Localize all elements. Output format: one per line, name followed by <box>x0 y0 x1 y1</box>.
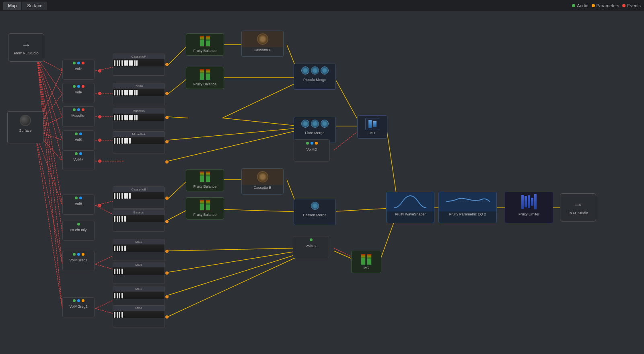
isLeftOnly-node[interactable]: IsLeftOnly <box>62 221 95 241</box>
volMD-dots <box>294 140 329 147</box>
dot-blue <box>77 85 80 88</box>
cassotto-b-node[interactable]: Cassotto B <box>241 168 284 195</box>
cassettoB-inst-node[interactable]: CassettoB <box>113 186 165 209</box>
musette-plus-inst-node[interactable]: Musette+ <box>113 131 165 153</box>
mg-meter2 <box>367 254 372 265</box>
waveshaper-curve-icon <box>392 194 428 210</box>
svg-line-58 <box>168 209 188 220</box>
volMD-node[interactable]: VolMD <box>294 139 330 161</box>
parameters-dot <box>592 4 595 7</box>
key-white <box>117 60 118 66</box>
volM-plus-node[interactable]: VolM+ <box>62 150 95 170</box>
dot-red <box>82 62 84 64</box>
piano-inst-node[interactable]: Piano <box>113 83 165 105</box>
top-right-indicators: Audio Parameters Events <box>572 3 641 8</box>
mg-meter1-fill <box>361 258 365 265</box>
dot-green <box>75 197 78 199</box>
port-volB-in <box>98 204 101 207</box>
volMG-node[interactable]: VolMG <box>293 236 329 258</box>
mg4-inst-node[interactable]: MG4 <box>113 305 165 327</box>
canvas-area[interactable]: → From FL Studio Surface VolP VolF Muse <box>0 11 644 354</box>
svg-line-46 <box>168 130 299 161</box>
volMGreg1-dots <box>63 251 94 257</box>
key-white <box>134 60 136 66</box>
volP-node[interactable]: VolP <box>62 60 95 80</box>
volMGreg2-dots <box>63 298 94 304</box>
tab-map[interactable]: Map <box>3 2 21 10</box>
mg3-inst-node[interactable]: MG3 <box>113 239 165 261</box>
fruity-balance-mid1-node[interactable]: Fruity Balance <box>186 67 224 89</box>
musette-minus-vol-node[interactable]: Musette- <box>62 106 95 126</box>
key-black <box>120 140 121 144</box>
key-black <box>128 140 129 144</box>
volMGreg2-node[interactable]: VolMGreg2 <box>62 297 95 317</box>
fruity-balance-top-meters <box>200 35 210 47</box>
to-fl-studio-label: To FL Studio <box>566 210 590 216</box>
tab-surface[interactable]: Surface <box>22 2 47 10</box>
volS-node[interactable]: VolS <box>62 130 95 151</box>
volB-dots <box>63 195 94 201</box>
from-fl-studio-node[interactable]: → From FL Studio <box>8 33 44 62</box>
volMGreg1-node[interactable]: VolMGreg1 <box>62 251 95 271</box>
fruity-balance-mid2-meters <box>200 171 210 182</box>
mg5-inst-node[interactable]: MG5 <box>113 262 165 284</box>
fruity-limiter-node[interactable]: Fruity Limiter <box>505 192 553 223</box>
basson-merge-label: Basson Merge <box>294 212 335 218</box>
key-black <box>120 195 121 199</box>
svg-line-5 <box>37 58 62 161</box>
md-node[interactable]: MD <box>357 115 387 139</box>
key-white <box>117 138 118 144</box>
md-label: MD <box>368 130 377 136</box>
key-white <box>121 293 123 298</box>
port-volM-out <box>165 160 169 164</box>
mg2-inst-node[interactable]: MG2 <box>113 286 165 308</box>
port-cassettoB-out <box>165 197 169 200</box>
volM-plus-label: VolM+ <box>63 157 94 162</box>
basson-inst-node[interactable]: Basson <box>113 209 165 232</box>
fruity-eq-node[interactable]: Fruity Parametric EQ 2 <box>438 192 497 223</box>
cassotto-p-node[interactable]: Cassotto P <box>241 31 284 57</box>
key-white <box>134 90 136 95</box>
dot-green <box>73 253 76 256</box>
key-black <box>128 92 129 95</box>
key-black <box>133 92 134 95</box>
fruity-balance-mid1-meters <box>200 69 210 80</box>
volF-node[interactable]: VolF <box>62 83 95 103</box>
svg-line-41 <box>222 118 299 126</box>
fruity-balance-top-node[interactable]: Fruity Balance <box>186 33 224 56</box>
musette-minus-inst-node[interactable]: Musette- <box>113 108 165 130</box>
to-fl-studio-node[interactable]: → To FL Studio <box>560 193 596 222</box>
svg-line-8 <box>37 58 62 264</box>
cassettoP-inst-node[interactable]: CassettoP <box>113 54 165 76</box>
piccolo-merge-node[interactable]: Piccolo Merge <box>294 64 336 90</box>
key-black <box>120 271 121 274</box>
fruity-balance-mid3-node[interactable]: Fruity Balance <box>186 197 224 219</box>
svg-line-9 <box>37 58 62 308</box>
volB-node[interactable]: VolB <box>62 195 95 215</box>
port-volP-in <box>98 69 101 72</box>
cassotto-p-label: Cassotto P <box>242 47 283 53</box>
basson-inst-keys <box>113 215 165 222</box>
dot-green <box>73 108 76 111</box>
key-white <box>129 138 131 144</box>
fruity-waveshaper-node[interactable]: Fruity WaveShaper <box>386 192 434 223</box>
mg-node[interactable]: MG <box>351 251 381 273</box>
fruity-limiter-label: Fruity Limiter <box>505 211 553 217</box>
musette-plus-inst-header: Musette+ <box>113 132 165 137</box>
basson-merge-node[interactable]: Basson Merge <box>294 199 336 225</box>
piccolo-merge-knob1 <box>301 66 309 75</box>
surface-knob[interactable] <box>20 115 31 126</box>
key-white <box>117 312 118 318</box>
fruity-balance-mid2-node[interactable]: Fruity Balance <box>186 169 224 191</box>
key-black <box>115 140 117 144</box>
dot-green <box>73 85 76 88</box>
surface-node[interactable]: Surface <box>7 111 43 143</box>
mg-label: MG <box>362 265 371 271</box>
flute-merge-knob2 <box>311 120 319 128</box>
fruity-eq-label: Fruity Parametric EQ 2 <box>439 211 496 217</box>
key-black <box>123 62 124 66</box>
key-black <box>123 218 124 222</box>
dot-orange <box>82 299 84 302</box>
key-black <box>115 92 117 95</box>
key-white <box>129 90 131 95</box>
